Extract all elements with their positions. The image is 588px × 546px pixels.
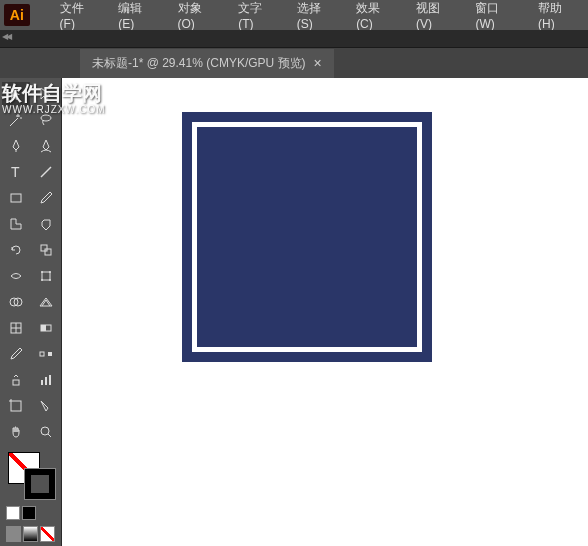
selection-tool[interactable]	[2, 82, 30, 106]
svg-point-9	[41, 279, 43, 281]
svg-rect-18	[40, 352, 44, 356]
perspective-grid-tool[interactable]	[32, 290, 60, 314]
symbol-sprayer-tool[interactable]	[2, 368, 30, 392]
menu-edit[interactable]: 编辑(E)	[108, 0, 167, 31]
svg-rect-19	[48, 352, 52, 356]
svg-text:T: T	[11, 164, 20, 180]
blend-tool[interactable]	[32, 342, 60, 366]
scale-tool[interactable]	[32, 238, 60, 262]
hand-tool[interactable]	[2, 420, 30, 444]
svg-rect-4	[41, 245, 47, 251]
document-tab-title: 未标题-1* @ 29.41% (CMYK/GPU 预览)	[92, 55, 306, 72]
svg-rect-17	[41, 325, 46, 331]
menu-view[interactable]: 视图(V)	[406, 0, 465, 31]
svg-rect-3	[11, 194, 21, 202]
svg-rect-20	[13, 380, 19, 385]
fill-stroke-section	[2, 452, 59, 502]
tools-panel: T	[0, 78, 62, 546]
svg-line-28	[48, 434, 51, 437]
column-graph-tool[interactable]	[32, 368, 60, 392]
menu-type[interactable]: 文字(T)	[228, 0, 287, 31]
gradient-mode-button[interactable]	[23, 526, 38, 542]
swap-fill-stroke-icon[interactable]	[22, 506, 36, 520]
shaper-tool[interactable]	[2, 212, 30, 236]
svg-point-10	[49, 279, 51, 281]
rectangle-tool[interactable]	[2, 186, 30, 210]
watermark-url: WWW.RJZXW.COM	[2, 104, 106, 115]
menubar: Ai 文件(F) 编辑(E) 对象(O) 文字(T) 选择(S) 效果(C) 视…	[0, 0, 588, 30]
app-icon: Ai	[4, 4, 30, 26]
mesh-tool[interactable]	[2, 316, 30, 340]
canvas[interactable]	[62, 78, 588, 546]
svg-rect-24	[11, 401, 21, 411]
svg-rect-6	[42, 272, 50, 280]
shape-builder-tool[interactable]	[2, 290, 30, 314]
free-transform-tool[interactable]	[32, 264, 60, 288]
rotate-tool[interactable]	[2, 238, 30, 262]
menu-effect[interactable]: 效果(C)	[346, 0, 406, 31]
svg-point-27	[41, 427, 49, 435]
width-tool[interactable]	[2, 264, 30, 288]
eyedropper-tool[interactable]	[2, 342, 30, 366]
menu-help[interactable]: 帮助(H)	[528, 0, 588, 31]
svg-point-8	[49, 271, 51, 273]
pen-tool[interactable]	[2, 134, 30, 158]
document-tabbar: 未标题-1* @ 29.41% (CMYK/GPU 预览) ×	[0, 48, 588, 78]
gradient-tool[interactable]	[32, 316, 60, 340]
svg-rect-23	[49, 375, 51, 385]
eraser-tool[interactable]	[32, 212, 60, 236]
close-tab-button[interactable]: ×	[314, 55, 322, 71]
svg-point-7	[41, 271, 43, 273]
menu-file[interactable]: 文件(F)	[50, 0, 109, 31]
direct-selection-tool[interactable]	[32, 82, 60, 106]
curvature-tool[interactable]	[32, 134, 60, 158]
zoom-tool[interactable]	[32, 420, 60, 444]
default-fill-stroke-icon[interactable]	[6, 506, 20, 520]
menu-window[interactable]: 窗口(W)	[465, 0, 528, 31]
rectangle-artwork[interactable]	[182, 112, 432, 362]
document-tab[interactable]: 未标题-1* @ 29.41% (CMYK/GPU 预览) ×	[80, 49, 334, 78]
control-panel-strip	[0, 30, 588, 48]
type-tool[interactable]: T	[2, 160, 30, 184]
stroke-color-swatch[interactable]	[24, 468, 56, 500]
slice-tool[interactable]	[32, 394, 60, 418]
paintbrush-tool[interactable]	[32, 186, 60, 210]
color-mode-button[interactable]	[6, 526, 21, 542]
svg-line-2	[41, 167, 51, 177]
svg-rect-22	[45, 377, 47, 385]
svg-rect-21	[41, 380, 43, 385]
menu-select[interactable]: 选择(S)	[287, 0, 346, 31]
menu-object[interactable]: 对象(O)	[168, 0, 229, 31]
line-tool[interactable]	[32, 160, 60, 184]
rectangle-inner-stroke	[192, 122, 422, 352]
none-mode-button[interactable]	[40, 526, 55, 542]
svg-rect-5	[45, 249, 51, 255]
artboard-tool[interactable]	[2, 394, 30, 418]
main-area: T	[0, 78, 588, 546]
